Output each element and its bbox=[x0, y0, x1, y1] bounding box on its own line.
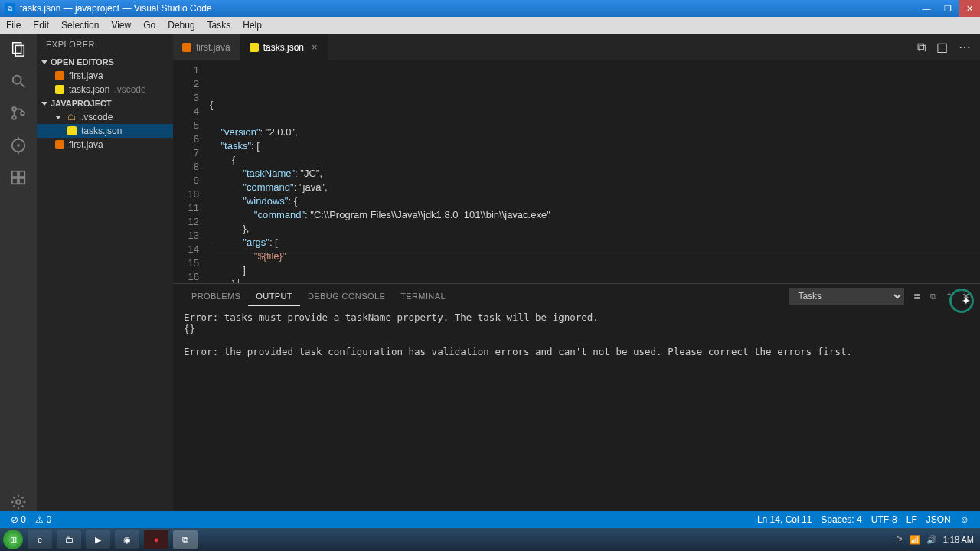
svg-rect-1 bbox=[15, 45, 24, 56]
clear-output-icon[interactable]: ≣ bbox=[913, 292, 920, 302]
statusbar: ⊘ 0 ⚠ 0 Ln 14, Col 11 Spaces: 4 UTF-8 LF… bbox=[0, 511, 980, 528]
maximize-panel-icon[interactable]: ⌃ bbox=[946, 292, 952, 302]
compare-changes-icon[interactable]: ⧉ bbox=[917, 41, 926, 54]
svg-point-4 bbox=[12, 107, 16, 111]
window-title: tasks.json — javaproject — Visual Studio… bbox=[20, 3, 916, 14]
close-button[interactable]: ✕ bbox=[959, 0, 980, 17]
more-actions-icon[interactable]: ⋯ bbox=[959, 40, 971, 54]
svg-rect-13 bbox=[12, 178, 18, 184]
scm-icon[interactable] bbox=[9, 104, 28, 122]
open-editor-first-java[interactable]: first.java bbox=[37, 69, 173, 83]
menu-view[interactable]: View bbox=[105, 20, 137, 31]
svg-line-3 bbox=[21, 83, 25, 88]
output-content[interactable]: Error: tasks must provide a taskName pro… bbox=[173, 308, 980, 511]
panel-tab-terminal[interactable]: TERMINAL bbox=[393, 287, 453, 305]
svg-point-2 bbox=[13, 76, 21, 84]
panel-tab-output[interactable]: OUTPUT bbox=[248, 287, 300, 306]
settings-icon[interactable] bbox=[9, 493, 28, 511]
svg-rect-0 bbox=[13, 43, 21, 54]
taskbar-media[interactable]: ▶ bbox=[86, 530, 110, 549]
windows-taskbar: ⊞ e 🗀 ▶ ◉ ● ⧉ 🏳 📶 🔊 1:18 AM bbox=[0, 528, 980, 551]
menu-file[interactable]: File bbox=[0, 20, 27, 31]
debug-icon[interactable] bbox=[9, 136, 28, 155]
search-icon[interactable] bbox=[9, 72, 28, 90]
code-area[interactable]: { "version": "2.0.0", "tasks": [ { "task… bbox=[210, 60, 980, 283]
status-eol[interactable]: LF bbox=[902, 514, 922, 525]
start-button[interactable]: ⊞ bbox=[3, 530, 23, 549]
system-tray[interactable]: 🏳 📶 🔊 1:18 AM bbox=[895, 535, 977, 545]
menu-go[interactable]: Go bbox=[137, 20, 162, 31]
gutter: 12345678910111213141516 bbox=[173, 60, 210, 283]
close-panel-icon[interactable]: ✕ bbox=[962, 292, 969, 302]
open-editors-header[interactable]: OPEN EDITORS bbox=[37, 55, 173, 69]
window-titlebar: ⧉ tasks.json — javaproject — Visual Stud… bbox=[0, 0, 980, 17]
panel-tab-problems[interactable]: PROBLEMS bbox=[184, 287, 248, 305]
svg-point-5 bbox=[12, 116, 16, 119]
status-cursor[interactable]: Ln 14, Col 11 bbox=[753, 514, 816, 525]
taskbar-chrome[interactable]: ◉ bbox=[115, 530, 139, 549]
svg-rect-12 bbox=[19, 171, 24, 177]
taskbar-ie[interactable]: e bbox=[28, 530, 52, 549]
sidebar-title: EXPLORER bbox=[37, 34, 173, 55]
menu-help[interactable]: Help bbox=[237, 20, 268, 31]
explorer-icon[interactable] bbox=[9, 40, 28, 58]
menu-debug[interactable]: Debug bbox=[162, 20, 201, 31]
svg-rect-11 bbox=[12, 171, 18, 177]
taskbar-record[interactable]: ● bbox=[144, 530, 168, 549]
taskbar-explorer[interactable]: 🗀 bbox=[57, 530, 81, 549]
status-warnings[interactable]: ⚠ 0 bbox=[31, 514, 56, 525]
menu-edit[interactable]: Edit bbox=[27, 20, 55, 31]
tray-flag-icon[interactable]: 🏳 bbox=[895, 535, 903, 544]
maximize-button[interactable]: ❐ bbox=[937, 0, 959, 17]
split-editor-icon[interactable]: ◫ bbox=[936, 40, 948, 54]
status-language[interactable]: JSON bbox=[922, 514, 956, 525]
tab-first-java[interactable]: first.java bbox=[173, 34, 240, 60]
status-feedback[interactable]: ☺ bbox=[956, 514, 974, 525]
svg-point-15 bbox=[16, 500, 21, 504]
file-first-java[interactable]: first.java bbox=[37, 138, 173, 152]
folder-vscode[interactable]: 🗀.vscode bbox=[37, 110, 173, 124]
panel-tab-debug-console[interactable]: DEBUG CONSOLE bbox=[300, 287, 393, 305]
close-icon[interactable]: × bbox=[312, 41, 318, 53]
file-tasks-json[interactable]: tasks.json bbox=[37, 124, 173, 138]
svg-rect-14 bbox=[19, 178, 24, 184]
tray-clock[interactable]: 1:18 AM bbox=[943, 535, 974, 544]
tabbar: first.java tasks.json× ⧉ ◫ ⋯ bbox=[173, 34, 980, 60]
extensions-icon[interactable] bbox=[9, 168, 28, 187]
open-log-icon[interactable]: ⧉ bbox=[930, 292, 936, 302]
output-channel-select[interactable]: Tasks bbox=[789, 288, 904, 305]
menu-selection[interactable]: Selection bbox=[55, 20, 105, 31]
status-errors[interactable]: ⊘ 0 bbox=[6, 514, 31, 525]
vscode-icon: ⧉ bbox=[5, 3, 15, 14]
tray-network-icon[interactable]: 📶 bbox=[910, 535, 920, 545]
menu-tasks[interactable]: Tasks bbox=[201, 20, 237, 31]
open-editor-tasks-json[interactable]: tasks.json .vscode bbox=[37, 83, 173, 96]
tab-tasks-json[interactable]: tasks.json× bbox=[240, 34, 328, 60]
minimize-button[interactable]: — bbox=[916, 0, 937, 17]
tray-volume-icon[interactable]: 🔊 bbox=[926, 535, 937, 545]
editor[interactable]: 12345678910111213141516 { "version": "2.… bbox=[173, 60, 980, 283]
status-encoding[interactable]: UTF-8 bbox=[867, 514, 902, 525]
status-spaces[interactable]: Spaces: 4 bbox=[816, 514, 866, 525]
bottom-panel: PROBLEMS OUTPUT DEBUG CONSOLE TERMINAL T… bbox=[173, 283, 980, 511]
project-header[interactable]: JAVAPROJECT bbox=[37, 96, 173, 110]
svg-point-8 bbox=[18, 145, 19, 146]
activitybar bbox=[0, 34, 37, 511]
sidebar: EXPLORER OPEN EDITORS first.java tasks.j… bbox=[37, 34, 173, 511]
menubar: File Edit Selection View Go Debug Tasks … bbox=[0, 17, 980, 34]
taskbar-vscode[interactable]: ⧉ bbox=[173, 530, 198, 549]
